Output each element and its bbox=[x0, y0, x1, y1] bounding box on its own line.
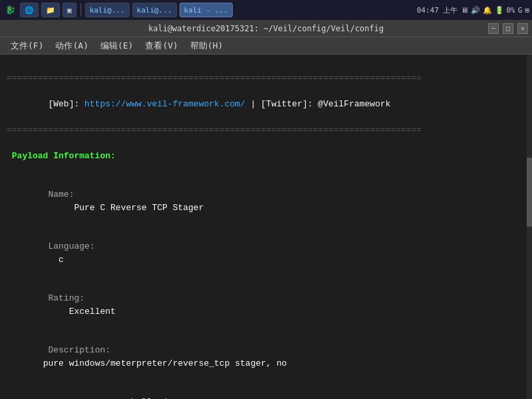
taskbar-term1-btn[interactable]: ▣ bbox=[63, 3, 76, 17]
minimize-button[interactable]: ─ bbox=[488, 23, 499, 34]
scrollbar[interactable] bbox=[527, 55, 532, 399]
payload-info-header: Payload Information: bbox=[7, 150, 525, 163]
notify-icon: 🔔 bbox=[483, 6, 492, 15]
menu-view[interactable]: 查看(V) bbox=[140, 39, 183, 53]
description-row1: Description: pure windows/meterpreter/re… bbox=[7, 331, 525, 383]
rating-row: Rating: Excellent bbox=[7, 279, 525, 331]
menu-action[interactable]: 动作(A) bbox=[50, 39, 93, 53]
menu-help[interactable]: 帮助(H) bbox=[185, 39, 228, 53]
volume-icon: 🔊 bbox=[471, 6, 480, 15]
window-title: kali@waterdice20175321: ~/Veil/config/Ve… bbox=[148, 24, 384, 33]
close-button[interactable]: ✕ bbox=[517, 23, 528, 34]
description-row2: shellcode bbox=[7, 383, 525, 400]
menu-file[interactable]: 文件(F) bbox=[5, 39, 49, 53]
taskbar-dragon-icon[interactable]: 🐉 bbox=[3, 3, 17, 17]
language-row: Language: c bbox=[7, 227, 525, 279]
taskbar-browser-btn[interactable]: 🌐 bbox=[20, 3, 39, 17]
menu-edit[interactable]: 编辑(E) bbox=[95, 39, 138, 53]
maximize-button[interactable]: □ bbox=[503, 23, 513, 34]
taskbar-sys-icons: 🖥 🔊 🔔 🔋 0% G ⊞ bbox=[461, 6, 530, 15]
name-row: Name: Pure C Reverse TCP Stager bbox=[7, 176, 525, 227]
window-controls: ─ □ ✕ bbox=[488, 23, 528, 34]
taskbar-term2-btn[interactable]: kali@... bbox=[85, 3, 130, 17]
separator-top: ========================================… bbox=[7, 72, 525, 85]
battery-icon: 🔋 bbox=[495, 6, 504, 15]
menubar: 文件(F) 动作(A) 编辑(E) 查看(V) 帮助(H) bbox=[0, 37, 532, 55]
taskbar-term3-btn[interactable]: kali@... bbox=[132, 3, 177, 17]
taskbar: 🐉 🌐 📁 ▣ kali@... kali@... kali - ... 04:… bbox=[0, 0, 532, 20]
network-icon: 🖥 bbox=[461, 6, 468, 15]
web-twitter-line: [Web]: https://www.veil-framework.com/ |… bbox=[7, 84, 525, 124]
taskbar-term4-btn[interactable]: kali - ... bbox=[180, 3, 233, 17]
battery-pct: 0% bbox=[507, 6, 515, 15]
separator-bottom: ========================================… bbox=[7, 124, 525, 137]
layout-icon: ⊞ bbox=[525, 6, 529, 15]
taskbar-clock: 04:47 上午 bbox=[417, 5, 458, 15]
google-icon: G bbox=[518, 6, 523, 15]
terminal[interactable]: ========================================… bbox=[0, 55, 532, 399]
scrollbar-thumb[interactable] bbox=[527, 158, 532, 227]
taskbar-files-btn[interactable]: 📁 bbox=[41, 3, 60, 17]
titlebar: kali@waterdice20175321: ~/Veil/config/Ve… bbox=[0, 20, 532, 37]
